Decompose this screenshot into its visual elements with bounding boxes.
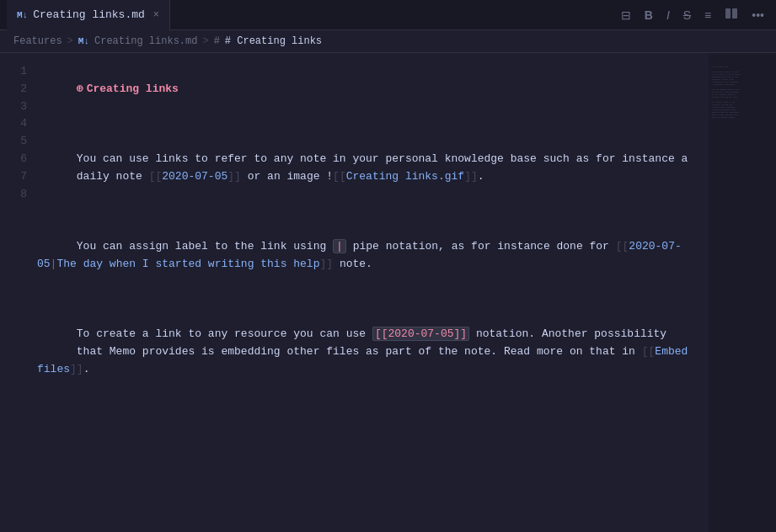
line7-text3: that Memo provides is embedding other fi… (77, 345, 642, 358)
columns-button[interactable] (720, 3, 743, 26)
breadcrumb-hash: # (214, 35, 220, 47)
line-num-2: 2 (0, 81, 27, 98)
line-num-1: 1 (0, 63, 27, 81)
list-button[interactable]: ≡ (699, 5, 716, 25)
line3-text2: daily note (77, 170, 149, 183)
bold-icon: B (645, 8, 653, 22)
line-num-5: 5 (0, 133, 27, 151)
columns-icon (725, 7, 738, 23)
line5-text1: You can assign label to the link using (77, 240, 333, 253)
line-num-6: 6 (0, 151, 27, 168)
line-num-3: 3 (0, 98, 27, 116)
line3-link2[interactable]: Creating links.gif (346, 170, 464, 183)
tab-label: Creating links.md (33, 8, 145, 21)
split-view-button[interactable]: ⊟ (616, 5, 636, 25)
line3-lb2: [[ (333, 170, 346, 183)
active-tab[interactable]: M↓ Creating links.md × (7, 0, 170, 30)
line7-rb: ]] (70, 363, 83, 375)
editor: 1 2 3 4 5 6 7 8 ⊕Creating links You can … (0, 53, 776, 532)
svg-rect-0 (725, 8, 731, 19)
strikethrough-button[interactable]: S (678, 5, 696, 25)
italic-button[interactable]: I (661, 5, 675, 25)
breadcrumb-features[interactable]: Features (13, 35, 62, 47)
line-numbers: 1 2 3 4 5 6 7 8 (0, 53, 37, 532)
code-line-4 (37, 203, 695, 221)
content-area[interactable]: ⊕Creating links You can use links to ref… (37, 53, 709, 532)
line5-rb: ]] (319, 258, 333, 270)
bold-button[interactable]: B (640, 5, 658, 25)
more-options-button[interactable]: ••• (747, 5, 769, 25)
title-bar: M↓ Creating links.md × ⊟ B I S ≡ (0, 0, 776, 30)
minimap-content: # Creating links You can use links to re… (712, 63, 773, 121)
code-line-7: To create a link to any resource you can… (37, 308, 695, 396)
toolbar-right: ⊟ B I S ≡ ••• (616, 3, 769, 26)
line3-text3: or an image ! (241, 170, 333, 183)
line7-code: [[2020-07-05]] (372, 327, 469, 341)
breadcrumb-section[interactable]: # Creating links (225, 35, 322, 47)
tab-md-icon: M↓ (17, 10, 28, 20)
svg-rect-1 (732, 8, 737, 19)
code-line-8 (37, 396, 695, 413)
code-line-2 (37, 115, 695, 133)
line7-text1: To create a link to any resource you can… (77, 327, 372, 340)
italic-icon: I (666, 8, 670, 22)
line-num-8: 8 (0, 186, 27, 204)
line3-rb2: ]] (464, 170, 478, 183)
tab-close-button[interactable]: × (153, 9, 159, 21)
line3-lb1: [[ (149, 170, 163, 183)
line5-lb: [[ (616, 240, 629, 253)
line3-text1: You can use links to refer to any note i… (77, 152, 688, 165)
line3-period: . (478, 170, 484, 183)
more-options-icon: ••• (752, 8, 764, 22)
heading-icon: ⊕ (77, 82, 83, 95)
list-icon: ≡ (704, 8, 711, 22)
line-num-7: 7 (0, 168, 27, 186)
breadcrumb-sep-2: > (202, 35, 208, 47)
line-num-4: 4 (0, 115, 27, 133)
code-line-1: ⊕Creating links (37, 63, 695, 115)
breadcrumb-file[interactable]: Creating links.md (94, 35, 197, 47)
code-line-3: You can use links to refer to any note i… (37, 133, 695, 203)
line3-link1[interactable]: 2020-07-05 (162, 170, 227, 183)
code-line-5: You can assign label to the link using |… (37, 221, 695, 290)
split-view-icon: ⊟ (621, 8, 631, 22)
strikethrough-icon: S (683, 8, 691, 22)
line5-text3: note. (333, 258, 372, 270)
line5-pipe-code: | (333, 239, 346, 253)
line7-period: . (83, 363, 90, 375)
line5-text2: pipe notation, as for instance done for (346, 240, 616, 253)
minimap: # Creating links You can use links to re… (709, 53, 776, 532)
breadcrumb-sep-1: > (67, 35, 73, 47)
breadcrumb: Features > M↓ Creating links.md > # # Cr… (0, 30, 776, 53)
code-line-6 (37, 290, 695, 308)
line7-text2: notation. Another possibility (469, 327, 666, 340)
line7-lb: [[ (642, 345, 656, 358)
breadcrumb-md-icon: M↓ (78, 36, 89, 46)
heading-text: Creating links (87, 82, 179, 95)
line3-rb1: ]] (227, 170, 241, 183)
